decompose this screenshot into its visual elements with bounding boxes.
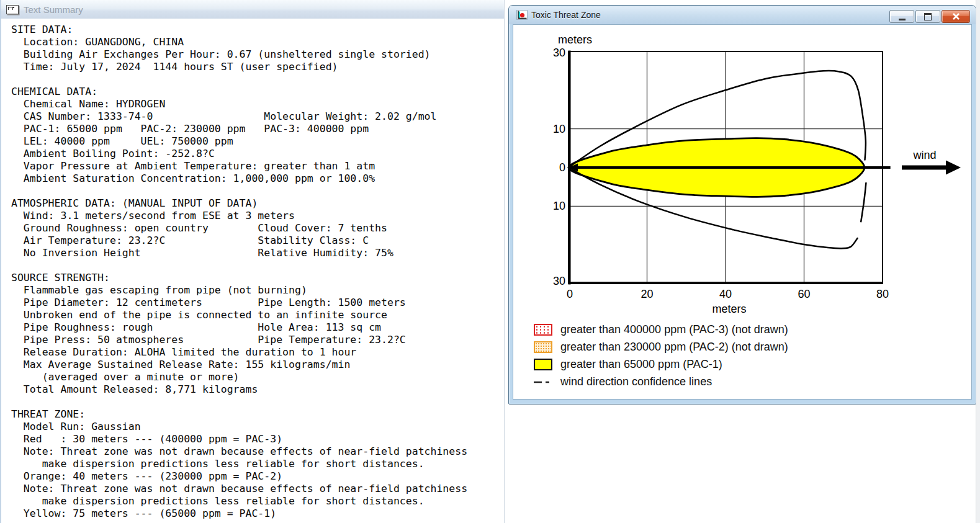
- legend-item-confidence-lines: wind direction confidence lines: [534, 373, 788, 390]
- svg-text:20: 20: [641, 288, 653, 300]
- toxic-threat-zone-content: meters 30 10 0 10 30 0 20 40 60 80 meter…: [513, 24, 972, 400]
- toxic-threat-zone-window-title: Toxic Threat Zone: [531, 10, 601, 20]
- window-controls: [889, 10, 970, 23]
- wind-label: wind: [912, 149, 936, 161]
- y-axis-title: meters: [558, 34, 592, 46]
- svg-text:10: 10: [553, 123, 565, 135]
- text-summary-window-title: Text Summary: [24, 4, 83, 15]
- x-tick-labels: 0 20 40 60 80: [567, 288, 889, 300]
- svg-text:30: 30: [553, 275, 565, 287]
- pac3-red-stipple-swatch-icon: [534, 324, 552, 336]
- desktop: { "text_summary_window": { "title": "Tex…: [0, 0, 980, 523]
- maximize-icon: [924, 13, 932, 20]
- summary-text: SITE DATA: Location: GUANGDONG, CHINA Bu…: [1, 19, 504, 520]
- text-summary-window: Text Summary SITE DATA: Location: GUANGD…: [0, 0, 505, 523]
- x-axis-title: meters: [712, 303, 746, 315]
- mdi-right-edge: [976, 0, 980, 523]
- svg-text:40: 40: [719, 288, 732, 300]
- text-document-icon: [6, 5, 19, 14]
- chart-legend: greater than 400000 ppm (PAC-3) (not dra…: [534, 321, 788, 390]
- svg-text:0: 0: [559, 161, 565, 174]
- threat-zone-plot-icon: [516, 10, 528, 20]
- dashed-line-swatch-icon: [534, 376, 552, 388]
- close-button[interactable]: [942, 10, 970, 23]
- svg-text:80: 80: [876, 288, 889, 300]
- svg-text:60: 60: [798, 288, 810, 300]
- toxic-threat-zone-window: Toxic Threat Zone: [508, 5, 976, 405]
- pac2-orange-stipple-swatch-icon: [534, 341, 552, 353]
- text-summary-titlebar[interactable]: Text Summary: [1, 0, 504, 19]
- legend-item-pac3: greater than 400000 ppm (PAC-3) (not dra…: [534, 321, 788, 338]
- svg-text:0: 0: [567, 288, 573, 300]
- legend-item-pac2: greater than 230000 ppm (PAC-2) (not dra…: [534, 338, 788, 355]
- minimize-button[interactable]: [889, 10, 914, 23]
- maximize-button[interactable]: [915, 10, 940, 23]
- legend-item-pac1: greater than 65000 ppm (PAC-1): [534, 355, 788, 373]
- wind-arrow-icon: [902, 161, 961, 175]
- pac1-yellow-swatch-icon: [534, 359, 552, 370]
- y-tick-labels: 30 10 0 10 30: [553, 47, 565, 287]
- svg-text:10: 10: [553, 200, 565, 212]
- minimize-icon: [899, 19, 906, 20]
- close-icon: [952, 13, 960, 20]
- text-summary-content: SITE DATA: Location: GUANGDONG, CHINA Bu…: [1, 19, 504, 523]
- threat-zone-chart: meters 30 10 0 10 30 0 20 40 60 80 meter…: [513, 25, 972, 323]
- svg-text:30: 30: [553, 47, 565, 59]
